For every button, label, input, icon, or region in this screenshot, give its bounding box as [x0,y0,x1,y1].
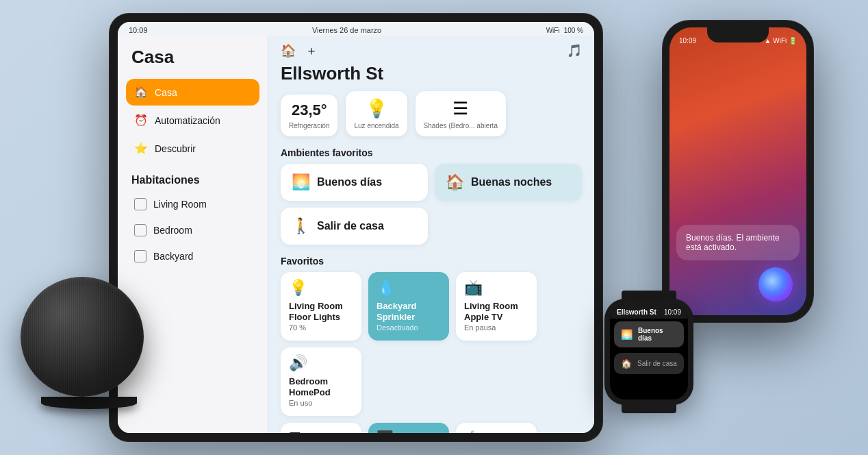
homepod-base [41,397,137,409]
sidebar-item-descubrir[interactable]: ⭐ Descubrir [126,135,259,162]
sidebar-title: Casa [126,47,259,68]
watch-band-bottom [622,399,676,413]
watch-salir-icon: 🏠 [621,358,632,369]
watch-screen: Ellsworth St 10:09 🌅 Buenos días 🏠 Salir… [610,304,688,399]
fav-kitchen-switch[interactable]: 🔲 Kitchen Switch Desactivado [368,423,449,433]
add-icon[interactable]: ＋ [305,42,318,59]
main-content: 🏠 ＋ 🎵 Ellsworth St 23,5° Refrigeración [268,36,594,433]
room-bedroom-label: Bedroom [153,225,192,236]
appletv-sub: En pausa [464,323,528,332]
iphone-frame: 10:09 ▲ WiFi 🔋 Buenos días. El ambiente … [663,21,813,322]
ipad-time: 10:09 [129,26,148,34]
fav-homepod[interactable]: 🔊 Bedroom HomePod En uso [281,347,361,416]
sidebar-casa-label: Casa [155,87,177,98]
status-cards: 23,5° Refrigeración 💡 Luz encendida ☰ Sh… [268,91,594,145]
ipad-status-bar: 10:09 Viernes 26 de marzo WiFi 100 % [118,22,594,36]
ipad-frame: 10:09 Viernes 26 de marzo WiFi 100 % Cas… [110,14,602,441]
light-icon: 💡 [354,98,398,119]
temp-value: 23,5° [292,101,327,119]
homepod-mini [21,277,157,414]
homepod-texture [21,277,144,397]
battery-level: 100 % [564,27,583,34]
temp-card[interactable]: 23,5° Refrigeración [281,95,337,136]
watch-buenos-icon: 🌅 [621,329,633,340]
fav-thermostat[interactable]: 🌡️ Entrance Thermostat... Refrig. a 22,0… [456,423,537,433]
ipad-date: Viernes 26 de marzo [312,26,381,34]
homepod-sub: En uso [289,399,353,407]
ipad: 10:09 Viernes 26 de marzo WiFi 100 % Cas… [110,14,602,441]
fav-backyard-sprinkler[interactable]: 💧 Backyard Sprinkler Desactivado [368,272,449,341]
sidebar-room-bedroom[interactable]: Bedroom [126,218,259,243]
fav-living-lights[interactable]: 💡 Living Room Floor Lights 70 % [281,272,361,341]
scene-buenas-noches[interactable]: 🏠 Buenas noches [435,164,582,201]
sidebar-desc-label: Descubrir [155,143,196,154]
appletv-title: Living Room Apple TV [464,301,528,322]
fav-bedroom-shades[interactable]: ☰ Bedroom Shades Abrir [281,423,361,433]
light-card[interactable]: 💡 Luz encendida [346,91,407,136]
topbar-left: 🏠 ＋ [281,42,318,59]
room-icon [134,224,146,236]
iphone-screen: 10:09 ▲ WiFi 🔋 Buenos días. El ambiente … [669,27,806,315]
siri-notification: Buenos días. El ambiente está activado. [676,225,800,260]
sidebar-item-casa[interactable]: 🏠 Casa [126,79,259,106]
sprinkler-title: Backyard Sprinkler [376,301,441,322]
shades2-icon: ☰ [289,430,353,433]
iphone-status-bar: 10:09 ▲ WiFi 🔋 [669,34,806,45]
watch-buenos-dias[interactable]: 🌅 Buenos días [614,321,684,347]
main-title: Ellsworth St [268,63,594,91]
scenes-grid: 🌅 Buenos días 🏠 Buenas noches 🚶 Salir de… [268,164,594,253]
star-icon: ⭐ [134,142,148,155]
home-icon: 🏠 [134,86,148,99]
watch-salir-label: Salir de casa [637,360,677,367]
iphone: 10:09 ▲ WiFi 🔋 Buenos días. El ambiente … [663,21,813,322]
ipad-screen: 10:09 Viernes 26 de marzo WiFi 100 % Cas… [118,22,594,433]
sidebar-room-backyard[interactable]: Backyard [126,244,259,269]
shades-icon: ☰ [424,98,498,119]
scene-buenos-dias[interactable]: 🌅 Buenos días [281,164,428,201]
siri-orb [758,267,793,302]
watch-salir[interactable]: 🏠 Salir de casa [614,353,684,374]
living-lights-sub: 70 % [289,323,353,332]
buenas-noches-icon: 🏠 [446,173,464,191]
main-topbar: 🏠 ＋ 🎵 [268,36,594,63]
ipad-status-right: WiFi 100 % [546,27,583,34]
sidebar-room-living[interactable]: Living Room [126,192,259,217]
shades-label: Shades (Bedro... abierta [424,122,498,130]
buenos-dias-label: Buenos días [317,176,382,188]
room-icon [134,250,146,262]
watch-time: 10:09 [664,308,681,316]
apple-watch: Ellsworth St 10:09 🌅 Buenos días 🏠 Salir… [594,291,704,421]
sidebar-item-automatizacion[interactable]: ⏰ Automatización [126,107,259,134]
salir-icon: 🚶 [292,217,310,235]
iphone-signal: ▲ WiFi 🔋 [765,37,797,45]
siri-notification-text: Buenos días. El ambiente está activado. [686,233,780,252]
kitchen-icon: 🔲 [376,430,441,433]
siri-icon[interactable]: 🎵 [567,43,582,58]
shades-card[interactable]: ☰ Shades (Bedro... abierta [416,91,506,136]
iphone-time: 10:09 [679,37,696,45]
appletv-icon: 📺 [464,279,528,297]
scene-salir[interactable]: 🚶 Salir de casa [281,208,428,245]
living-lights-title: Living Room Floor Lights [289,301,353,322]
rooms-header: Habitaciones [126,163,259,192]
wifi-icon: WiFi [546,27,560,34]
room-backyard-label: Backyard [153,251,193,262]
room-icon [134,198,146,210]
watch-frame: Ellsworth St 10:09 🌅 Buenos días 🏠 Salir… [604,299,693,405]
sprinkler-sub: Desactivado [376,323,441,332]
salir-label: Salir de casa [317,220,384,232]
homepod-title: Bedroom HomePod [289,376,353,397]
home-topbar-icon[interactable]: 🏠 [281,43,296,58]
clock-icon: ⏰ [134,114,148,127]
favorites-title: Favoritos [268,253,594,272]
scenes-title: Ambientes favoritos [268,145,594,164]
temp-label: Refrigeración [289,122,329,130]
watch-buenos-label: Buenos días [638,327,677,342]
homepod-body [21,277,144,397]
favorites-row1: 💡 Living Room Floor Lights 70 % 💧 Backya… [268,272,594,423]
room-living-label: Living Room [153,199,207,210]
light-label: Luz encendida [354,122,398,130]
fav-apple-tv[interactable]: 📺 Living Room Apple TV En pausa [456,272,537,341]
sidebar-auto-label: Automatización [155,115,220,126]
buenos-dias-icon: 🌅 [292,173,310,191]
